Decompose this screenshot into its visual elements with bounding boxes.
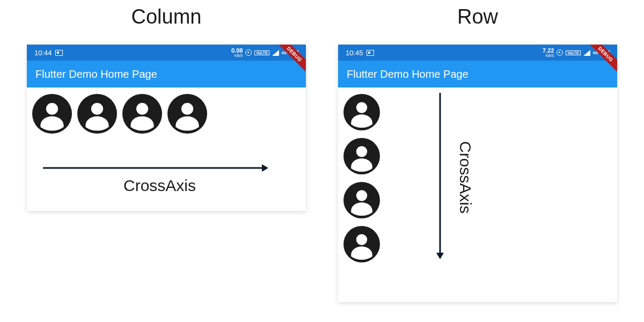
svg-point-5 <box>136 103 148 115</box>
status-time: 10:45 <box>346 49 363 57</box>
status-bar: 10:44 0.08 KB/S VoLTE 4G+ <box>27 45 306 61</box>
phone-mock-row: 10:45 7.22 KB/S VoLTE 4G+ Flutter Demo H… <box>338 45 617 302</box>
row-example: Row 10:45 7.22 KB/S VoLTE 4G+ <box>333 5 623 302</box>
svg-point-3 <box>91 103 103 115</box>
svg-marker-19 <box>436 253 444 259</box>
person-icon <box>343 94 380 130</box>
svg-marker-9 <box>262 164 268 172</box>
app-bar: Flutter Demo Home Page <box>338 61 617 87</box>
person-icon <box>122 94 162 134</box>
row-title: Row <box>457 5 498 28</box>
column-example: Column 10:44 0.08 KB/S VoLTE 4G+ <box>21 5 311 302</box>
screencast-icon <box>367 50 374 56</box>
person-icon <box>343 138 380 174</box>
svg-point-1 <box>46 103 58 115</box>
screencast-icon <box>55 50 63 56</box>
signal-icon <box>272 50 279 56</box>
avatar-row <box>32 94 301 134</box>
status-time: 10:44 <box>34 49 52 57</box>
person-icon <box>77 94 117 134</box>
svg-point-11 <box>356 102 367 113</box>
app-bar-title: Flutter Demo Home Page <box>347 68 469 80</box>
hotspot-icon <box>557 49 563 56</box>
phone-mock-column: 10:44 0.08 KB/S VoLTE 4G+ Flutter Demo H… <box>27 45 306 211</box>
status-left: 10:44 <box>34 49 63 57</box>
diagram-layout: Column 10:44 0.08 KB/S VoLTE 4G+ <box>0 0 644 308</box>
volte-icon: VoLTE <box>254 50 269 55</box>
data-rate: 7.22 KB/S <box>543 48 554 57</box>
person-icon <box>32 94 72 134</box>
body-area: CrossAxis <box>27 87 306 211</box>
column-title: Column <box>131 5 202 28</box>
app-bar-title: Flutter Demo Home Page <box>35 68 157 80</box>
volte-icon: VoLTE <box>566 50 580 55</box>
crossaxis-arrow-vertical-icon <box>435 93 445 259</box>
person-icon <box>343 226 380 262</box>
person-icon <box>167 94 207 134</box>
body-area: CrossAxis <box>338 87 617 302</box>
status-left: 10:45 <box>346 49 374 57</box>
svg-point-17 <box>356 234 367 245</box>
svg-point-13 <box>356 146 367 157</box>
svg-point-15 <box>356 190 367 201</box>
signal-icon <box>583 50 590 56</box>
status-bar: 10:45 7.22 KB/S VoLTE 4G+ <box>338 45 617 61</box>
crossaxis-arrow-horizontal-icon <box>43 163 268 173</box>
person-icon <box>343 182 380 218</box>
hotspot-icon <box>245 49 252 56</box>
data-rate: 0.08 KB/S <box>231 48 243 57</box>
crossaxis-label: CrossAxis <box>123 177 196 195</box>
app-bar: Flutter Demo Home Page <box>27 61 306 87</box>
svg-point-7 <box>181 103 193 115</box>
crossaxis-label: CrossAxis <box>456 141 474 214</box>
avatar-column <box>343 94 612 262</box>
